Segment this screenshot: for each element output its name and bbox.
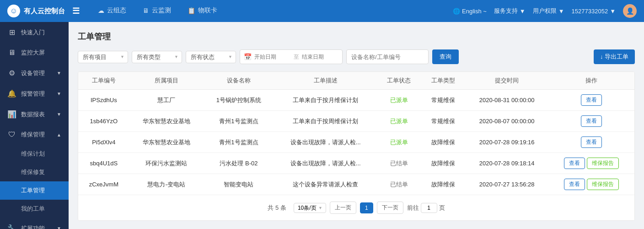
- cell-id: Pi5dXlv4: [78, 132, 129, 153]
- cell-description: 设备出现故障，请派人检...: [274, 132, 377, 153]
- cell-description: 这个设备异常请派人检查: [274, 174, 377, 195]
- sidebar: ⊞ 快速入门 🖥 监控大屏 ⚙ 设备管理 ▼ 🔔 报警管理 ▼ 📊 数据报表 ▼…: [0, 22, 69, 229]
- page-title: 工单管理: [78, 31, 635, 42]
- sidebar-item-alarm-mgmt[interactable]: 🔔 报警管理 ▼: [0, 83, 69, 104]
- tab-cloud-monitor[interactable]: 🖥 云监测: [135, 0, 178, 22]
- project-select[interactable]: 所有项目: [78, 51, 128, 63]
- current-page-button[interactable]: 1: [360, 202, 373, 213]
- work-order-table-wrapper: 工单编号 所属项目 设备名称 工单描述 工单状态 工单类型 提交时间 操作 IP…: [78, 71, 635, 221]
- table-row: IPSzdhUs 慧工厂 1号锅炉控制系统 工单来自于按月维保计划 已派单 常规…: [78, 90, 634, 111]
- cell-time: 2020-08-31 00:00:00: [465, 90, 549, 111]
- cell-type: 故障维保: [421, 174, 465, 195]
- view-button[interactable]: 查看: [581, 115, 602, 127]
- sidebar-item-monitor-screen[interactable]: 🖥 监控大屏: [0, 43, 69, 63]
- cell-project: 华东智慧农业基地: [129, 111, 204, 132]
- cell-time: 2020-07-28 09:19:16: [465, 132, 549, 153]
- calendar-icon: 📅: [244, 53, 252, 60]
- sidebar-sub-work-order-mgmt[interactable]: 工单管理: [0, 181, 69, 200]
- prev-page-button[interactable]: 上一页: [330, 202, 356, 214]
- type-select[interactable]: 所有类型: [132, 51, 182, 63]
- hamburger-icon[interactable]: ☰: [72, 6, 80, 16]
- sidebar-sub-label-maintenance-plan: 维保计划: [21, 150, 45, 158]
- iot-card-icon: 📋: [188, 7, 195, 14]
- service-label: 服务支持: [494, 7, 518, 15]
- top-nav: ☺ 有人云控制台 ☰ ☁ 云组态 🖥 云监测 📋 物联卡 🌐 English ~…: [0, 0, 644, 22]
- sidebar-label-monitor-screen: 监控大屏: [21, 49, 45, 57]
- table-header: 工单编号 所属项目 设备名称 工单描述 工单状态 工单类型 提交时间 操作: [78, 72, 634, 90]
- sidebar-label-quick-entry: 快速入门: [21, 28, 45, 37]
- tab-cloud-org[interactable]: ☁ 云组态: [91, 0, 134, 22]
- main-layout: ⊞ 快速入门 🖥 监控大屏 ⚙ 设备管理 ▼ 🔔 报警管理 ▼ 📊 数据报表 ▼…: [0, 22, 644, 229]
- cloud-monitor-icon: 🖥: [143, 7, 149, 14]
- cell-status: 已结单: [377, 153, 421, 174]
- content-area: 工单管理 所有项目 所有类型 所有状态 📅 至: [69, 22, 644, 229]
- sidebar-item-extensions[interactable]: 🔧 扩展功能 ▼: [0, 218, 69, 229]
- brand-name: 有人云控制台: [24, 7, 65, 16]
- tab-cloud-monitor-label: 云监测: [152, 6, 171, 15]
- cell-project: 慧工厂: [129, 90, 204, 111]
- brand-icon: ☺: [7, 5, 20, 17]
- avatar[interactable]: 👤: [623, 4, 637, 18]
- view-button[interactable]: 查看: [564, 179, 585, 190]
- sidebar-sub-label-my-work-order: 我的工单: [21, 205, 45, 213]
- goto-suffix: 页: [439, 204, 445, 212]
- col-header-project: 所属项目: [129, 72, 204, 90]
- table-row: Pi5dXlv4 华东智慧农业基地 青州1号监测点 设备出现故障，请派人检...…: [78, 132, 634, 153]
- language-label: English ~: [462, 8, 487, 15]
- sidebar-label-maintenance-mgmt: 维保管理: [21, 131, 45, 139]
- sidebar-sub-maintenance-repair[interactable]: 维保修复: [0, 163, 69, 181]
- cell-status: 已派单: [377, 111, 421, 132]
- service-support[interactable]: 服务支持 ▼: [494, 7, 526, 15]
- cell-type: 常规维保: [421, 90, 465, 111]
- sidebar-sub-my-work-order[interactable]: 我的工单: [0, 200, 69, 218]
- data-report-arrow-icon: ▼: [57, 112, 61, 117]
- extensions-arrow-icon: ▼: [57, 226, 61, 229]
- view-button[interactable]: 查看: [581, 136, 602, 148]
- cell-status: 已结单: [377, 174, 421, 195]
- device-mgmt-arrow-icon: ▼: [57, 71, 61, 76]
- phone-label: 15277332052: [572, 8, 608, 15]
- sidebar-item-device-mgmt[interactable]: ⚙ 设备管理 ▼: [0, 63, 69, 83]
- phone-number[interactable]: 15277332052 ▼: [572, 8, 616, 15]
- tab-iot-card-label: 物联卡: [198, 6, 217, 15]
- work-order-table: 工单编号 所属项目 设备名称 工单描述 工单状态 工单类型 提交时间 操作 IP…: [78, 72, 634, 195]
- goto-input[interactable]: [421, 203, 437, 213]
- date-end-input[interactable]: [302, 54, 338, 60]
- cell-device: 污水处理 B-02: [204, 153, 274, 174]
- sidebar-item-maintenance-mgmt[interactable]: 🛡 维保管理 ▲: [0, 125, 69, 145]
- page-size-wrapper: 10条/页: [294, 203, 326, 213]
- status-select[interactable]: 所有状态: [186, 51, 236, 63]
- query-button[interactable]: 查询: [432, 49, 459, 64]
- report-button[interactable]: 维保报告: [587, 179, 619, 190]
- data-report-icon: 📊: [7, 110, 16, 119]
- next-page-button[interactable]: 下一页: [377, 202, 403, 214]
- user-label: 用户权限: [533, 7, 557, 15]
- sidebar-item-quick-entry[interactable]: ⊞ 快速入门: [0, 22, 69, 43]
- table-row: 1sb46YzO 华东智慧农业基地 青州1号监测点 工单来自于按周维保计划 已派…: [78, 111, 634, 132]
- page-size-select[interactable]: 10条/页: [294, 203, 326, 213]
- top-nav-right: 🌐 English ~ 服务支持 ▼ 用户权限 ▼ 15277332052 ▼ …: [453, 4, 637, 18]
- cell-type: 故障维保: [421, 132, 465, 153]
- cell-device: 智能变电站: [204, 174, 274, 195]
- language-selector[interactable]: 🌐 English ~: [453, 8, 487, 15]
- view-button[interactable]: 查看: [564, 158, 585, 169]
- date-range: 📅 至: [240, 49, 343, 64]
- cell-project: 慧电力-变电站: [129, 174, 204, 195]
- sidebar-label-alarm-mgmt: 报警管理: [21, 90, 45, 98]
- cell-actions: 查看: [549, 132, 634, 153]
- report-button[interactable]: 维保报告: [587, 158, 619, 169]
- view-button[interactable]: 查看: [581, 94, 602, 106]
- sidebar-item-data-report[interactable]: 📊 数据报表 ▼: [0, 104, 69, 125]
- sidebar-sub-maintenance-plan[interactable]: 维保计划: [0, 145, 69, 163]
- table-body: IPSzdhUs 慧工厂 1号锅炉控制系统 工单来自于按月维保计划 已派单 常规…: [78, 90, 634, 195]
- date-start-input[interactable]: [254, 54, 291, 60]
- device-mgmt-icon: ⚙: [7, 69, 16, 77]
- col-header-device: 设备名称: [204, 72, 274, 90]
- user-permissions[interactable]: 用户权限 ▼: [533, 7, 564, 15]
- cloud-org-icon: ☁: [98, 7, 104, 14]
- export-button[interactable]: ↓ 导出工单: [594, 49, 635, 64]
- status-select-wrapper: 所有状态: [186, 51, 236, 63]
- col-header-time: 提交时间: [465, 72, 549, 90]
- tab-iot-card[interactable]: 📋 物联卡: [180, 0, 225, 22]
- search-input[interactable]: [346, 49, 429, 64]
